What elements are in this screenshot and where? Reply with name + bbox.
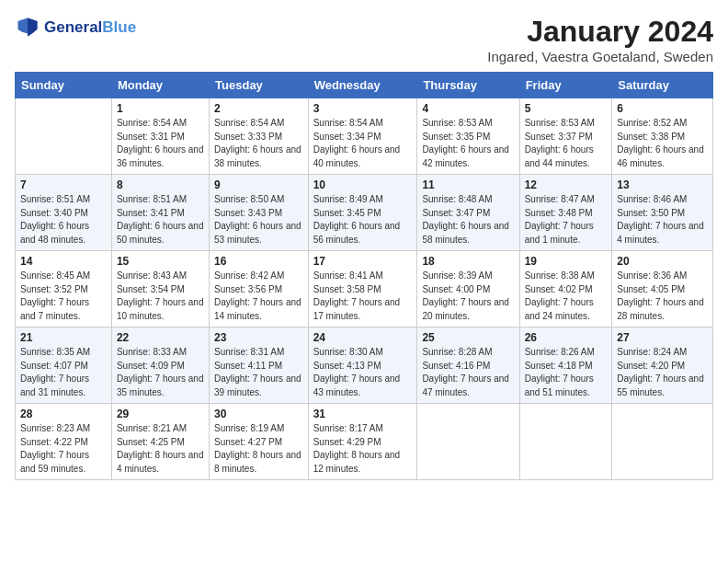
day-cell: 12Sunrise: 8:47 AMSunset: 3:48 PMDayligh… — [519, 175, 612, 251]
day-info: Sunrise: 8:31 AMSunset: 4:11 PMDaylight:… — [214, 346, 303, 399]
day-cell — [16, 98, 112, 175]
day-cell: 21Sunrise: 8:35 AMSunset: 4:07 PMDayligh… — [16, 327, 112, 404]
day-cell: 23Sunrise: 8:31 AMSunset: 4:11 PMDayligh… — [210, 327, 309, 404]
week-row-5: 28Sunrise: 8:23 AMSunset: 4:22 PMDayligh… — [16, 404, 713, 480]
day-cell: 11Sunrise: 8:48 AMSunset: 3:47 PMDayligh… — [417, 175, 519, 251]
day-info: Sunrise: 8:36 AMSunset: 4:05 PMDaylight:… — [617, 270, 708, 323]
day-cell: 10Sunrise: 8:49 AMSunset: 3:45 PMDayligh… — [308, 175, 417, 251]
day-info: Sunrise: 8:42 AMSunset: 3:56 PMDaylight:… — [214, 270, 303, 323]
header-cell-friday: Friday — [519, 73, 612, 98]
day-number: 6 — [617, 102, 708, 115]
day-info: Sunrise: 8:41 AMSunset: 3:58 PMDaylight:… — [313, 270, 413, 323]
day-number: 12 — [525, 178, 608, 191]
week-row-1: 1Sunrise: 8:54 AMSunset: 3:31 PMDaylight… — [16, 98, 713, 175]
day-number: 29 — [117, 408, 204, 420]
day-cell: 8Sunrise: 8:51 AMSunset: 3:41 PMDaylight… — [111, 175, 209, 251]
day-info: Sunrise: 8:17 AMSunset: 4:29 PMDaylight:… — [313, 422, 413, 476]
day-number: 8 — [117, 178, 204, 191]
day-number: 15 — [117, 255, 204, 268]
day-cell: 26Sunrise: 8:26 AMSunset: 4:18 PMDayligh… — [519, 327, 612, 404]
logo-text: GeneralBlue — [44, 19, 136, 37]
day-cell: 30Sunrise: 8:19 AMSunset: 4:27 PMDayligh… — [210, 404, 309, 480]
day-cell: 3Sunrise: 8:54 AMSunset: 3:34 PMDaylight… — [308, 98, 417, 175]
day-cell: 1Sunrise: 8:54 AMSunset: 3:31 PMDaylight… — [111, 98, 209, 175]
day-info: Sunrise: 8:50 AMSunset: 3:43 PMDaylight:… — [214, 193, 303, 247]
day-cell: 9Sunrise: 8:50 AMSunset: 3:43 PMDaylight… — [210, 175, 309, 251]
day-number: 11 — [422, 178, 514, 191]
day-info: Sunrise: 8:54 AMSunset: 3:34 PMDaylight:… — [313, 117, 413, 170]
day-cell: 28Sunrise: 8:23 AMSunset: 4:22 PMDayligh… — [16, 404, 112, 480]
day-number: 13 — [617, 178, 708, 191]
day-cell: 27Sunrise: 8:24 AMSunset: 4:20 PMDayligh… — [612, 327, 713, 404]
day-cell: 14Sunrise: 8:45 AMSunset: 3:52 PMDayligh… — [16, 251, 112, 327]
day-info: Sunrise: 8:43 AMSunset: 3:54 PMDaylight:… — [117, 270, 204, 323]
day-number: 17 — [313, 255, 413, 268]
day-info: Sunrise: 8:19 AMSunset: 4:27 PMDaylight:… — [214, 422, 303, 476]
day-cell: 20Sunrise: 8:36 AMSunset: 4:05 PMDayligh… — [612, 251, 713, 327]
day-number: 5 — [525, 102, 608, 115]
calendar-header: SundayMondayTuesdayWednesdayThursdayFrid… — [16, 73, 713, 98]
week-row-4: 21Sunrise: 8:35 AMSunset: 4:07 PMDayligh… — [16, 327, 713, 404]
day-cell: 15Sunrise: 8:43 AMSunset: 3:54 PMDayligh… — [111, 251, 209, 327]
day-number: 25 — [422, 331, 514, 344]
day-cell: 5Sunrise: 8:53 AMSunset: 3:37 PMDaylight… — [519, 98, 612, 175]
day-number: 27 — [617, 331, 708, 344]
day-cell: 18Sunrise: 8:39 AMSunset: 4:00 PMDayligh… — [417, 251, 519, 327]
day-info: Sunrise: 8:51 AMSunset: 3:40 PMDaylight:… — [20, 193, 107, 247]
header-cell-sunday: Sunday — [16, 73, 112, 98]
day-cell: 31Sunrise: 8:17 AMSunset: 4:29 PMDayligh… — [308, 404, 417, 480]
day-number: 28 — [20, 408, 107, 420]
header-cell-saturday: Saturday — [612, 73, 713, 98]
main-title: January 2024 — [487, 15, 713, 49]
day-cell: 29Sunrise: 8:21 AMSunset: 4:25 PMDayligh… — [111, 404, 209, 480]
day-cell: 24Sunrise: 8:30 AMSunset: 4:13 PMDayligh… — [308, 327, 417, 404]
day-info: Sunrise: 8:54 AMSunset: 3:31 PMDaylight:… — [117, 117, 204, 170]
day-number: 31 — [313, 408, 413, 420]
day-number: 22 — [117, 331, 204, 344]
header-cell-monday: Monday — [111, 73, 209, 98]
day-number: 14 — [20, 255, 107, 268]
day-info: Sunrise: 8:24 AMSunset: 4:20 PMDaylight:… — [617, 346, 708, 399]
header-cell-tuesday: Tuesday — [210, 73, 309, 98]
day-info: Sunrise: 8:53 AMSunset: 3:35 PMDaylight:… — [422, 117, 514, 170]
subtitle: Ingared, Vaestra Goetaland, Sweden — [487, 49, 713, 64]
day-cell — [519, 404, 612, 480]
day-number: 21 — [20, 331, 107, 344]
day-info: Sunrise: 8:38 AMSunset: 4:02 PMDaylight:… — [525, 270, 608, 323]
logo-icon — [15, 15, 40, 40]
page-header: GeneralBlue January 2024 Ingared, Vaestr… — [15, 15, 713, 64]
header-row: SundayMondayTuesdayWednesdayThursdayFrid… — [16, 73, 713, 98]
day-cell: 2Sunrise: 8:54 AMSunset: 3:33 PMDaylight… — [210, 98, 309, 175]
day-cell — [417, 404, 519, 480]
day-info: Sunrise: 8:47 AMSunset: 3:48 PMDaylight:… — [525, 193, 608, 247]
day-number: 18 — [422, 255, 514, 268]
day-number: 30 — [214, 408, 303, 420]
day-info: Sunrise: 8:52 AMSunset: 3:38 PMDaylight:… — [617, 117, 708, 170]
day-info: Sunrise: 8:30 AMSunset: 4:13 PMDaylight:… — [313, 346, 413, 399]
calendar-body: 1Sunrise: 8:54 AMSunset: 3:31 PMDaylight… — [16, 98, 713, 480]
day-info: Sunrise: 8:53 AMSunset: 3:37 PMDaylight:… — [525, 117, 608, 170]
day-info: Sunrise: 8:49 AMSunset: 3:45 PMDaylight:… — [313, 193, 413, 247]
day-number: 20 — [617, 255, 708, 268]
day-info: Sunrise: 8:54 AMSunset: 3:33 PMDaylight:… — [214, 117, 303, 170]
day-cell: 6Sunrise: 8:52 AMSunset: 3:38 PMDaylight… — [612, 98, 713, 175]
day-cell: 17Sunrise: 8:41 AMSunset: 3:58 PMDayligh… — [308, 251, 417, 327]
day-number: 10 — [313, 178, 413, 191]
week-row-2: 7Sunrise: 8:51 AMSunset: 3:40 PMDaylight… — [16, 175, 713, 251]
day-cell: 16Sunrise: 8:42 AMSunset: 3:56 PMDayligh… — [210, 251, 309, 327]
day-cell: 13Sunrise: 8:46 AMSunset: 3:50 PMDayligh… — [612, 175, 713, 251]
day-cell: 4Sunrise: 8:53 AMSunset: 3:35 PMDaylight… — [417, 98, 519, 175]
day-info: Sunrise: 8:33 AMSunset: 4:09 PMDaylight:… — [117, 346, 204, 399]
header-cell-wednesday: Wednesday — [308, 73, 417, 98]
day-cell: 25Sunrise: 8:28 AMSunset: 4:16 PMDayligh… — [417, 327, 519, 404]
day-info: Sunrise: 8:21 AMSunset: 4:25 PMDaylight:… — [117, 422, 204, 476]
day-info: Sunrise: 8:46 AMSunset: 3:50 PMDaylight:… — [617, 193, 708, 247]
day-cell: 7Sunrise: 8:51 AMSunset: 3:40 PMDaylight… — [16, 175, 112, 251]
day-info: Sunrise: 8:35 AMSunset: 4:07 PMDaylight:… — [20, 346, 107, 399]
day-cell — [612, 404, 713, 480]
day-number: 9 — [214, 178, 303, 191]
day-info: Sunrise: 8:48 AMSunset: 3:47 PMDaylight:… — [422, 193, 514, 247]
day-info: Sunrise: 8:45 AMSunset: 3:52 PMDaylight:… — [20, 270, 107, 323]
day-number: 23 — [214, 331, 303, 344]
day-info: Sunrise: 8:26 AMSunset: 4:18 PMDaylight:… — [525, 346, 608, 399]
